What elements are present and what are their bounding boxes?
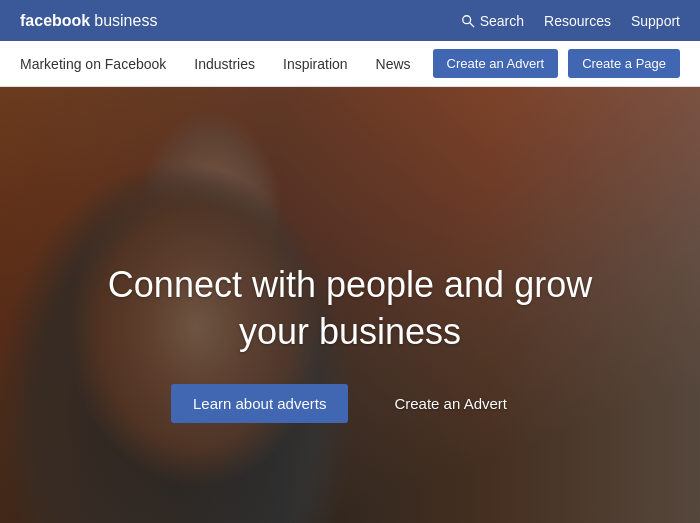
- hero-title: Connect with people and grow your busine…: [70, 262, 630, 356]
- nav-marketing[interactable]: Marketing on Facebook: [20, 56, 166, 72]
- hero-section: Connect with people and grow your busine…: [0, 87, 700, 523]
- nav-inspiration[interactable]: Inspiration: [283, 56, 348, 72]
- hero-create-advert-button[interactable]: Create an Advert: [372, 384, 529, 423]
- secondary-navigation-bar: Marketing on Facebook Industries Inspira…: [0, 41, 700, 87]
- svg-point-0: [462, 15, 470, 23]
- search-icon: [461, 14, 475, 28]
- secondary-action-buttons: Create an Advert Create a Page: [433, 49, 680, 78]
- top-navigation-bar: facebook business Search Resources Suppo…: [0, 0, 700, 41]
- learn-adverts-button[interactable]: Learn about adverts: [171, 384, 348, 423]
- logo: facebook business: [20, 12, 157, 30]
- logo-facebook: facebook: [20, 12, 90, 30]
- create-advert-button[interactable]: Create an Advert: [433, 49, 559, 78]
- search-label: Search: [480, 13, 524, 29]
- support-link[interactable]: Support: [631, 13, 680, 29]
- hero-action-buttons: Learn about adverts Create an Advert: [70, 384, 630, 423]
- nav-news[interactable]: News: [376, 56, 411, 72]
- logo-business: business: [94, 12, 157, 30]
- top-nav-links: Search Resources Support: [461, 13, 680, 29]
- create-page-button[interactable]: Create a Page: [568, 49, 680, 78]
- resources-link[interactable]: Resources: [544, 13, 611, 29]
- nav-industries[interactable]: Industries: [194, 56, 255, 72]
- svg-line-1: [469, 22, 473, 26]
- search-link[interactable]: Search: [461, 13, 524, 29]
- support-label: Support: [631, 13, 680, 29]
- hero-content: Connect with people and grow your busine…: [70, 262, 630, 423]
- resources-label: Resources: [544, 13, 611, 29]
- secondary-nav-links: Marketing on Facebook Industries Inspira…: [20, 56, 411, 72]
